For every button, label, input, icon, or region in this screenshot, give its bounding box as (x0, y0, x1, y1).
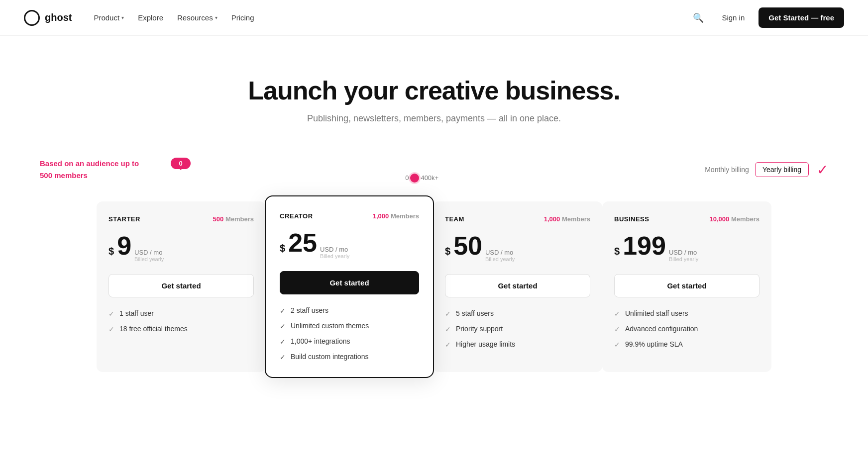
plan-name-starter: STARTER (108, 215, 140, 223)
chevron-down-icon: ▾ (121, 15, 124, 20)
check-icon: ✓ (280, 322, 286, 330)
slider-tooltip: 0 (171, 158, 191, 169)
billing-yearly-button[interactable]: Yearly billing (755, 162, 809, 177)
nav-pricing[interactable]: Pricing (225, 9, 260, 26)
slider-area: 0 0 400k+ (163, 158, 681, 182)
slider-track-wrap: 0 400k+ (405, 174, 438, 182)
slider-min-label: 0 (405, 174, 409, 182)
cta-business[interactable]: Get started (614, 274, 760, 297)
check-icon: ✓ (280, 338, 286, 346)
price-billing-creator: Billed yearly (320, 253, 349, 259)
plan-business: BUSINESS 10,000 Members $ 199 USD / mo B… (602, 201, 771, 372)
nav-right: 🔍 Sign in Get Started — free (689, 7, 844, 28)
check-icon: ✓ (280, 353, 286, 361)
card-header-creator: CREATOR 1,000 Members (280, 212, 419, 220)
members-badge-starter: 500 Members (213, 215, 254, 223)
card-header-business: BUSINESS 10,000 Members (614, 215, 760, 223)
search-button[interactable]: 🔍 (689, 8, 708, 27)
nav-left: ghost Product ▾ Explore Resources ▾ Pric… (24, 9, 260, 26)
features-starter: ✓ 1 staff user ✓ 18 free official themes (108, 309, 254, 333)
plan-team: TEAM 1,000 Members $ 50 USD / mo Billed … (433, 201, 602, 372)
slider-section: Based on an audience up to 500 members 0… (0, 134, 868, 193)
price-usd-starter: USD / mo (134, 249, 164, 256)
slider-thumb[interactable] (410, 174, 419, 183)
feature-item: ✓ 2 staff users (280, 306, 419, 315)
check-icon: ✓ (445, 341, 451, 349)
price-billing-business: Billed yearly (669, 256, 698, 262)
logo-text: ghost (45, 12, 72, 23)
cta-starter[interactable]: Get started (108, 274, 254, 297)
price-amount-business: 199 (623, 233, 666, 259)
pricing-section: STARTER 500 Members $ 9 USD / mo Billed … (0, 193, 868, 412)
price-billing-team: Billed yearly (485, 256, 515, 262)
price-dollar-creator: $ (280, 243, 285, 254)
plan-creator: CREATOR 1,000 Members $ 25 USD / mo Bill… (265, 195, 434, 378)
feature-item: ✓ 5 staff users (445, 309, 590, 318)
plan-starter: STARTER 500 Members $ 9 USD / mo Billed … (97, 201, 266, 372)
feature-item: ✓ Priority support (445, 325, 590, 333)
check-icon: ✓ (614, 310, 620, 318)
main-nav: ghost Product ▾ Explore Resources ▾ Pric… (0, 0, 868, 36)
feature-item: ✓ Unlimited custom themes (280, 322, 419, 330)
features-business: ✓ Unlimited staff users ✓ Advanced confi… (614, 309, 760, 349)
plan-name-business: BUSINESS (614, 215, 649, 223)
cta-creator[interactable]: Get started (280, 271, 419, 294)
hero-heading: Launch your creative business. (10, 76, 858, 105)
nav-product[interactable]: Product ▾ (88, 9, 130, 26)
nav-explore[interactable]: Explore (132, 9, 169, 26)
price-row-creator: $ 25 USD / mo Billed yearly (280, 230, 419, 259)
price-dollar-business: $ (614, 246, 620, 257)
check-icon: ✓ (280, 307, 286, 315)
price-dollar-starter: $ (108, 246, 114, 257)
card-header-starter: STARTER 500 Members (108, 215, 254, 223)
price-amount-starter: 9 (117, 233, 131, 259)
features-team: ✓ 5 staff users ✓ Priority support ✓ Hig… (445, 309, 590, 349)
hero-section: Launch your creative business. Publishin… (0, 36, 868, 134)
billing-monthly-label: Monthly billing (705, 166, 749, 174)
feature-item: ✓ 1,000+ integrations (280, 337, 419, 346)
price-usd-business: USD / mo (669, 249, 698, 256)
chevron-down-icon: ▾ (215, 15, 217, 20)
price-row-team: $ 50 USD / mo Billed yearly (445, 233, 590, 262)
plan-name-creator: CREATOR (280, 212, 313, 220)
feature-item: ✓ Unlimited staff users (614, 309, 760, 318)
feature-item: ✓ Advanced configuration (614, 325, 760, 333)
nav-resources[interactable]: Resources ▾ (171, 9, 223, 26)
price-row-starter: $ 9 USD / mo Billed yearly (108, 233, 254, 262)
feature-item: ✓ Higher usage limits (445, 340, 590, 349)
plan-name-team: TEAM (445, 215, 464, 223)
check-icon: ✓ (108, 325, 114, 333)
billing-toggle: Monthly billing Yearly billing ✓ (705, 162, 828, 178)
get-started-nav-button[interactable]: Get Started — free (759, 7, 844, 28)
logo[interactable]: ghost (24, 10, 72, 26)
cta-team[interactable]: Get started (445, 274, 590, 297)
members-badge-creator: 1,000 Members (373, 212, 419, 220)
price-amount-creator: 25 (288, 230, 317, 256)
audience-label: Based on an audience up to 500 members (40, 158, 139, 182)
feature-item: ✓ Build custom integrations (280, 353, 419, 361)
price-row-business: $ 199 USD / mo Billed yearly (614, 233, 760, 262)
yearly-selected-icon: ✓ (817, 162, 828, 178)
logo-icon (24, 10, 40, 26)
price-usd-team: USD / mo (485, 249, 515, 256)
feature-item: ✓ 18 free official themes (108, 325, 254, 333)
feature-item: ✓ 99.9% uptime SLA (614, 340, 760, 349)
features-creator: ✓ 2 staff users ✓ Unlimited custom theme… (280, 306, 419, 361)
hero-subheading: Publishing, newsletters, members, paymen… (10, 113, 858, 124)
price-dollar-team: $ (445, 246, 450, 257)
members-badge-team: 1,000 Members (544, 215, 590, 223)
check-icon: ✓ (108, 310, 114, 318)
price-billing-starter: Billed yearly (134, 256, 164, 262)
sign-in-button[interactable]: Sign in (716, 9, 751, 26)
audience-value: 500 (40, 171, 52, 180)
slider-max-label: 400k+ (421, 174, 438, 182)
members-badge-business: 10,000 Members (710, 215, 760, 223)
check-icon: ✓ (445, 325, 451, 333)
check-icon: ✓ (614, 325, 620, 333)
feature-item: ✓ 1 staff user (108, 309, 254, 318)
card-header-team: TEAM 1,000 Members (445, 215, 590, 223)
nav-links: Product ▾ Explore Resources ▾ Pricing (88, 9, 260, 26)
price-amount-team: 50 (453, 233, 482, 259)
check-icon: ✓ (614, 341, 620, 349)
search-icon: 🔍 (693, 13, 704, 23)
